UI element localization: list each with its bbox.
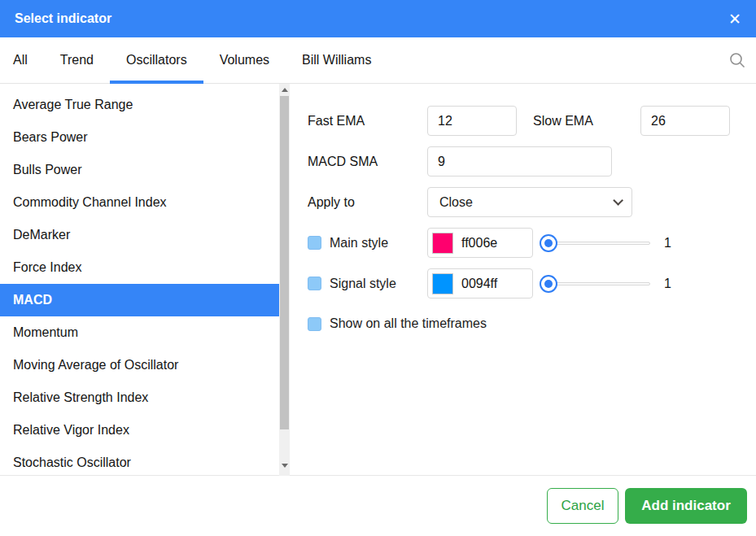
show-all-timeframes-label: Show on all the timeframes bbox=[330, 316, 487, 331]
signal-style-color-value: 0094ff bbox=[461, 277, 497, 291]
scrollbar-thumb[interactable] bbox=[280, 96, 289, 429]
tab-label: All bbox=[13, 53, 28, 68]
add-indicator-button[interactable]: Add indicator bbox=[625, 488, 747, 524]
list-item[interactable]: Average True Range bbox=[0, 89, 290, 121]
signal-style-label: Signal style bbox=[330, 277, 396, 291]
show-all-timeframes-row: Show on all the timeframes bbox=[308, 316, 746, 331]
main-style-width-slider[interactable] bbox=[540, 233, 650, 253]
signal-style-label-group: Signal style bbox=[308, 277, 427, 291]
cancel-button[interactable]: Cancel bbox=[547, 488, 618, 524]
scroll-up-button[interactable] bbox=[279, 84, 290, 95]
macd-sma-input[interactable] bbox=[427, 146, 612, 176]
scroll-up-icon bbox=[282, 88, 288, 92]
tab-label: Trend bbox=[60, 53, 94, 68]
tab-bar: All Trend Oscillators Volumes Bill Willi… bbox=[0, 37, 756, 84]
main-style-width-value: 1 bbox=[664, 236, 671, 251]
main-style-color-input[interactable]: ff006e bbox=[427, 228, 533, 258]
apply-to-row: Apply to Close bbox=[308, 187, 746, 217]
main-style-label: Main style bbox=[330, 236, 388, 251]
dialog-header: Select indicator ✕ bbox=[0, 0, 756, 37]
list-item[interactable]: Bulls Power bbox=[0, 154, 290, 186]
slider-thumb[interactable] bbox=[540, 275, 557, 293]
list-item[interactable]: DeMarker bbox=[0, 219, 290, 251]
signal-style-color-swatch[interactable] bbox=[432, 273, 453, 294]
main-style-color-swatch[interactable] bbox=[432, 233, 453, 254]
signal-style-width-value: 1 bbox=[664, 277, 671, 291]
slow-ema-label: Slow EMA bbox=[517, 114, 640, 129]
list-item[interactable]: Bears Power bbox=[0, 121, 290, 154]
search-icon bbox=[728, 51, 746, 69]
chevron-down-icon bbox=[613, 195, 623, 206]
slider-track[interactable] bbox=[548, 282, 650, 285]
slow-ema-input[interactable] bbox=[640, 106, 730, 136]
apply-to-label: Apply to bbox=[308, 195, 427, 210]
slider-track[interactable] bbox=[548, 242, 650, 245]
scroll-down-button[interactable] bbox=[279, 460, 290, 471]
fast-ema-input[interactable] bbox=[427, 106, 517, 136]
scroll-down-icon bbox=[282, 464, 288, 468]
fast-ema-label: Fast EMA bbox=[308, 114, 427, 129]
list-item[interactable]: Momentum bbox=[0, 316, 290, 349]
tab-all[interactable]: All bbox=[0, 37, 44, 83]
slider-thumb-dot bbox=[544, 239, 553, 247]
indicator-settings-panel: Fast EMA Slow EMA MACD SMA Apply to Clos… bbox=[290, 84, 756, 475]
main-style-color-value: ff006e bbox=[461, 236, 497, 251]
list-item[interactable]: Commodity Channel Index bbox=[0, 186, 290, 219]
search-button[interactable] bbox=[728, 37, 756, 83]
signal-style-checkbox[interactable] bbox=[308, 277, 321, 290]
tab-trend[interactable]: Trend bbox=[44, 37, 110, 83]
slider-thumb[interactable] bbox=[540, 234, 557, 252]
list-item[interactable]: Stochastic Oscillator bbox=[0, 447, 290, 479]
list-item[interactable]: Relative Strength Index bbox=[0, 381, 290, 414]
slider-thumb-dot bbox=[544, 280, 553, 288]
signal-style-row: Signal style 0094ff 1 bbox=[308, 268, 746, 299]
signal-style-width-slider[interactable] bbox=[540, 274, 650, 294]
dialog-body: Average True Range Bears Power Bulls Pow… bbox=[0, 84, 756, 476]
tab-volumes[interactable]: Volumes bbox=[203, 37, 286, 83]
list-item[interactable]: Relative Vigor Index bbox=[0, 414, 290, 447]
show-all-timeframes-checkbox[interactable] bbox=[308, 317, 321, 331]
macd-sma-label: MACD SMA bbox=[308, 155, 427, 169]
tab-label: Bill Williams bbox=[302, 53, 371, 68]
main-style-row: Main style ff006e 1 bbox=[308, 228, 746, 258]
list-item-selected[interactable]: MACD bbox=[0, 284, 290, 316]
apply-to-select[interactable]: Close bbox=[427, 187, 632, 217]
select-indicator-dialog: Select indicator ✕ All Trend Oscillators… bbox=[0, 0, 756, 536]
list-scrollbar[interactable] bbox=[279, 84, 290, 476]
apply-to-value: Close bbox=[439, 195, 473, 210]
main-style-label-group: Main style bbox=[308, 236, 427, 251]
main-style-checkbox[interactable] bbox=[308, 236, 321, 250]
dialog-footer: Cancel Add indicator bbox=[0, 476, 756, 535]
close-icon[interactable]: ✕ bbox=[728, 11, 741, 27]
indicator-list: Average True Range Bears Power Bulls Pow… bbox=[0, 84, 290, 475]
tab-label: Oscillators bbox=[126, 53, 187, 68]
ema-row: Fast EMA Slow EMA bbox=[308, 106, 746, 136]
tab-bill-williams[interactable]: Bill Williams bbox=[286, 37, 387, 83]
tab-oscillators[interactable]: Oscillators bbox=[110, 37, 203, 83]
macd-sma-row: MACD SMA bbox=[308, 146, 746, 176]
list-item[interactable]: Moving Average of Oscillator bbox=[0, 349, 290, 381]
list-item[interactable]: Force Index bbox=[0, 251, 290, 284]
dialog-title: Select indicator bbox=[15, 11, 111, 26]
signal-style-color-input[interactable]: 0094ff bbox=[427, 268, 533, 299]
tab-label: Volumes bbox=[220, 53, 269, 68]
